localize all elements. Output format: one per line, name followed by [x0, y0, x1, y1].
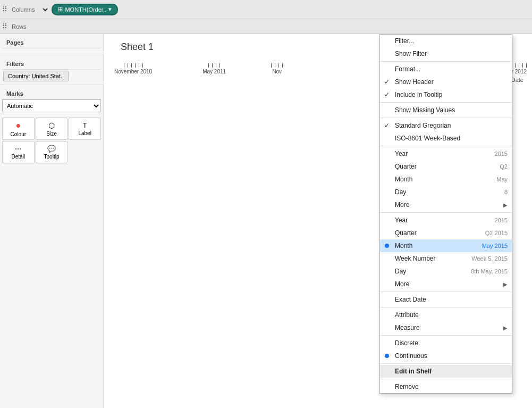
- menu-format[interactable]: Format...: [380, 63, 512, 76]
- tick-nov2011: Nov: [271, 63, 283, 74]
- left-panel: Pages Filters Country: United Stat.. Mar…: [0, 34, 104, 408]
- chart-area: Sheet 1 November 2010: [104, 34, 532, 408]
- menu-attribute[interactable]: Attribute: [380, 309, 512, 321]
- menu-month-continuous[interactable]: Month May 2015: [380, 239, 512, 252]
- month-pill-icon: ⊞: [58, 6, 63, 13]
- month-pill-arrow: ▾: [108, 6, 112, 13]
- day-discrete-label: Day: [395, 188, 406, 196]
- month-discrete-value: May: [496, 176, 508, 182]
- more-continuous-arrow: ▶: [503, 281, 508, 287]
- show-header-check: ✓: [384, 78, 390, 86]
- detail-label: Detail: [12, 154, 26, 160]
- measure-arrow: ▶: [503, 325, 508, 331]
- label-label: Label: [78, 130, 91, 136]
- menu-iso-week[interactable]: ISO-8601 Week-Based: [380, 132, 512, 145]
- month-field-pill[interactable]: ⊞ MONTH(Order.. ▾: [52, 4, 118, 15]
- pages-section: Pages: [0, 34, 103, 55]
- day-continuous-value: 8th May, 2015: [471, 268, 508, 274]
- year-continuous-label: Year: [395, 217, 408, 224]
- menu-show-filter[interactable]: Show Filter: [380, 47, 512, 60]
- filter-label: Filter...: [395, 37, 414, 45]
- month-pill-label: MONTH(Order..: [65, 6, 106, 13]
- divider-4: [380, 146, 512, 146]
- standard-gregorian-label: Standard Gregorian: [395, 122, 451, 129]
- divider-6: [380, 292, 512, 292]
- menu-measure[interactable]: Measure ▶: [380, 321, 512, 334]
- attribute-label: Attribute: [395, 311, 419, 319]
- show-header-label: Show Header: [395, 78, 434, 86]
- include-tooltip-check: ✓: [384, 91, 390, 98]
- pages-header: Pages: [2, 36, 101, 48]
- size-icon: ⬡: [48, 121, 55, 130]
- marks-header: Marks: [2, 87, 101, 99]
- iso-week-label: ISO-8601 Week-Based: [395, 135, 460, 142]
- tooltip-icon: 💬: [47, 145, 56, 153]
- menu-year-continuous[interactable]: Year 2015: [380, 214, 512, 227]
- quarter-discrete-value: Q2: [500, 163, 508, 170]
- detail-button[interactable]: ⋯ Detail: [2, 141, 35, 163]
- label-button[interactable]: T Label: [69, 118, 101, 140]
- filters-header: Filters: [2, 57, 101, 70]
- include-tooltip-label: Include in Tooltip: [395, 91, 442, 98]
- size-label: Size: [46, 131, 56, 137]
- exact-date-label: Exact Date: [395, 296, 426, 303]
- menu-more-discrete[interactable]: More ▶: [380, 198, 512, 211]
- label-icon: T: [83, 121, 87, 129]
- divider-2: [380, 102, 512, 103]
- year-discrete-value: 2015: [495, 151, 508, 157]
- more-discrete-label: More: [395, 201, 409, 209]
- measure-label: Measure: [395, 324, 420, 331]
- menu-day-continuous[interactable]: Day 8th May, 2015: [380, 265, 512, 278]
- marks-icons-grid: ● Colour ⬡ Size T Label ⋯ Detail: [2, 118, 101, 163]
- menu-filter[interactable]: Filter...: [380, 35, 512, 47]
- menu-remove[interactable]: Remove: [380, 380, 512, 393]
- more-discrete-arrow: ▶: [503, 202, 508, 208]
- tooltip-button[interactable]: 💬 Tooltip: [36, 141, 68, 163]
- marks-type-dropdown[interactable]: Automatic: [2, 99, 101, 112]
- quarter-continuous-label: Quarter: [395, 229, 417, 237]
- colour-button[interactable]: ● Colour: [2, 118, 35, 140]
- show-missing-label: Show Missing Values: [395, 106, 455, 114]
- menu-continuous[interactable]: Continuous: [380, 349, 512, 362]
- year-discrete-label: Year: [395, 150, 408, 157]
- tick-nov2010: November 2010: [114, 63, 152, 74]
- menu-discrete[interactable]: Discrete: [380, 337, 512, 349]
- year-continuous-value: 2015: [495, 217, 508, 223]
- menu-week-number[interactable]: Week Number Week 5, 2015: [380, 252, 512, 265]
- colour-icon: ●: [15, 121, 21, 130]
- menu-more-continuous[interactable]: More ▶: [380, 278, 512, 290]
- continuous-dot: [385, 354, 389, 358]
- more-continuous-label: More: [395, 280, 409, 288]
- quarter-discrete-label: Quarter: [395, 163, 417, 170]
- divider-8: [380, 335, 512, 336]
- menu-day-discrete[interactable]: Day 8: [380, 186, 512, 198]
- quarter-continuous-value: Q2 2015: [485, 230, 508, 236]
- format-label: Format...: [395, 65, 420, 73]
- menu-quarter-continuous[interactable]: Quarter Q2 2015: [380, 227, 512, 239]
- week-number-label: Week Number: [395, 255, 435, 262]
- rows-icon: ⠿: [2, 22, 7, 30]
- country-filter-pill[interactable]: Country: United Stat..: [3, 71, 69, 81]
- menu-standard-gregorian[interactable]: ✓ Standard Gregorian: [380, 119, 512, 132]
- divider-10: [380, 379, 512, 379]
- menu-quarter-discrete[interactable]: Quarter Q2: [380, 160, 512, 173]
- menu-show-missing[interactable]: Show Missing Values: [380, 104, 512, 116]
- menu-show-header[interactable]: ✓ Show Header: [380, 76, 512, 88]
- columns-icon: ⠿: [2, 5, 7, 13]
- menu-year-discrete[interactable]: Year 2015: [380, 147, 512, 160]
- tooltip-label: Tooltip: [44, 154, 60, 160]
- columns-dropdown[interactable]: [39, 6, 49, 13]
- menu-exact-date[interactable]: Exact Date: [380, 293, 512, 306]
- divider-3: [380, 118, 512, 118]
- menu-month-discrete[interactable]: Month May: [380, 173, 512, 186]
- discrete-label: Discrete: [395, 339, 418, 347]
- menu-edit-shelf[interactable]: Edit in Shelf: [380, 365, 512, 378]
- axis-ticks-left: November 2010 May 2011: [112, 63, 283, 74]
- rows-label: Rows: [10, 23, 29, 30]
- month-continuous-label: Month: [395, 242, 412, 249]
- size-button[interactable]: ⬡ Size: [36, 118, 68, 140]
- remove-label: Remove: [395, 383, 419, 390]
- edit-shelf-label: Edit in Shelf: [395, 368, 432, 375]
- divider-5: [380, 212, 512, 213]
- menu-include-tooltip[interactable]: ✓ Include in Tooltip: [380, 88, 512, 101]
